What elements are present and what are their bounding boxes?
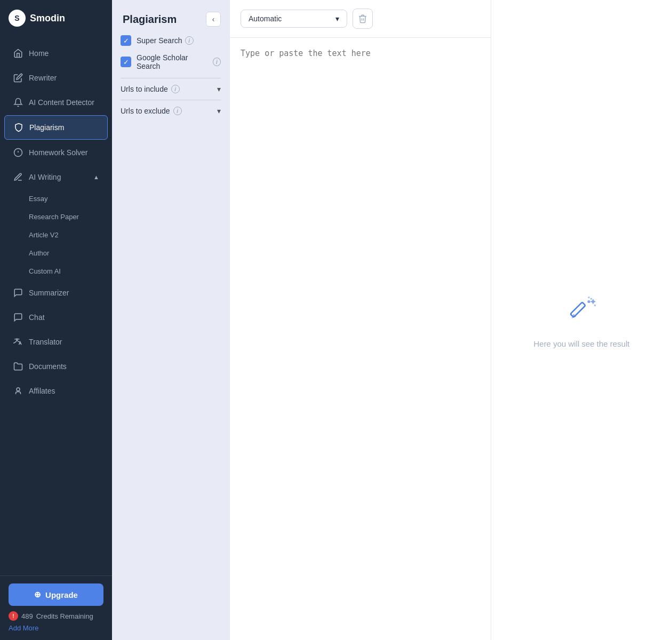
sidebar-item-chat-label: Chat	[29, 313, 45, 322]
google-scholar-item: ✓ Google Scholar Search i	[121, 53, 221, 70]
sidebar-item-rewriter-label: Rewriter	[29, 74, 57, 82]
language-value: Automatic	[249, 14, 282, 23]
urls-exclude-info-icon[interactable]: i	[173, 107, 182, 115]
urls-include-toggle[interactable]: Urls to include i ▾	[121, 78, 221, 100]
plagiarism-panel: Plagiarism ‹ ✓ Super Search i ✓ Google S…	[112, 0, 229, 640]
sidebar-sub-author[interactable]: Author	[4, 244, 108, 262]
google-scholar-label: Google Scholar Search i	[137, 53, 221, 70]
affiliates-icon	[13, 386, 23, 396]
upgrade-icon: ⊕	[34, 590, 41, 599]
svg-point-5	[594, 304, 596, 306]
plagiarism-icon	[13, 122, 24, 133]
sidebar-item-plagiarism[interactable]: Plagiarism	[4, 115, 108, 140]
svg-point-6	[590, 298, 592, 300]
sidebar-item-home-label: Home	[29, 49, 49, 58]
upgrade-button[interactable]: ⊕ Upgrade	[9, 583, 103, 606]
trash-icon	[358, 14, 367, 23]
sidebar-item-plagiarism-label: Plagiarism	[29, 123, 64, 132]
sidebar-sub-research-paper-label: Research Paper	[29, 213, 79, 221]
sidebar-item-translator[interactable]: Translator	[4, 330, 108, 354]
sidebar-sub-research-paper[interactable]: Research Paper	[4, 208, 108, 226]
ai-writing-chevron: ▲	[93, 174, 99, 180]
delete-button[interactable]	[353, 9, 373, 29]
sidebar-item-ai-writing[interactable]: AI Writing ▲	[4, 165, 108, 189]
sidebar-item-homework-label: Homework Solver	[29, 148, 87, 157]
chat-icon	[13, 312, 23, 323]
sidebar-sub-essay[interactable]: Essay	[4, 190, 108, 207]
urls-exclude-chevron: ▾	[217, 107, 221, 115]
sidebar-item-rewriter[interactable]: Rewriter	[4, 66, 108, 90]
homework-icon	[13, 147, 23, 158]
app-logo-icon: S	[9, 10, 26, 27]
sidebar-item-affiliates-label: Affilates	[29, 387, 55, 395]
super-search-label: Super Search i	[137, 36, 194, 45]
sidebar-sub-essay-label: Essay	[29, 195, 47, 203]
sidebar-sub-custom-ai-label: Custom AI	[29, 267, 61, 275]
sidebar-item-translator-label: Translator	[29, 338, 62, 346]
super-search-checkbox[interactable]: ✓	[121, 35, 131, 46]
sidebar-item-ai-detector-label: AI Content Detector	[29, 98, 94, 107]
sidebar-sub-article-v2-label: Article V2	[29, 231, 59, 239]
sidebar-sub-author-label: Author	[29, 249, 49, 257]
main-text-input[interactable]	[241, 49, 480, 629]
rewriter-icon	[13, 73, 23, 83]
google-scholar-info-icon[interactable]: i	[213, 58, 221, 66]
sidebar-sub-article-v2[interactable]: Article V2	[4, 226, 108, 244]
summarizer-icon	[13, 287, 23, 298]
sidebar-item-home[interactable]: Home	[4, 42, 108, 65]
home-icon	[13, 48, 23, 59]
credits-row: ! 489 Credits Remaining	[9, 611, 103, 621]
panel-body: ✓ Super Search i ✓ Google Scholar Search…	[112, 35, 229, 130]
sidebar-item-homework-solver[interactable]: Homework Solver	[4, 141, 108, 164]
ai-writing-icon	[13, 172, 23, 182]
result-placeholder: Here you will see the result	[533, 292, 629, 348]
super-search-item: ✓ Super Search i	[121, 35, 221, 46]
app-name: Smodin	[30, 13, 65, 24]
sidebar-sub-custom-ai[interactable]: Custom AI	[4, 262, 108, 280]
sidebar-nav: Home Rewriter AI Content Detector Plagia…	[0, 36, 112, 575]
sidebar: S Smodin Home Rewriter AI Content Detect…	[0, 0, 112, 640]
collapse-icon: ‹	[212, 15, 215, 23]
svg-point-4	[587, 300, 590, 302]
sidebar-item-chat[interactable]: Chat	[4, 306, 108, 329]
sidebar-item-documents[interactable]: Documents	[4, 355, 108, 378]
urls-include-info-icon[interactable]: i	[171, 85, 180, 93]
language-select[interactable]: Automatic ▾	[241, 10, 347, 28]
sidebar-item-documents-label: Documents	[29, 362, 67, 371]
panel-collapse-button[interactable]: ‹	[206, 12, 221, 27]
super-search-info-icon[interactable]: i	[185, 36, 194, 45]
credits-badge: !	[9, 611, 18, 621]
main-content: Automatic ▾	[229, 0, 491, 640]
sidebar-bottom: ⊕ Upgrade ! 489 Credits Remaining Add Mo…	[0, 575, 112, 640]
sidebar-item-affiliates[interactable]: Affilates	[4, 379, 108, 403]
svg-rect-7	[570, 302, 585, 317]
result-placeholder-text: Here you will see the result	[533, 339, 629, 348]
panel-title: Plagiarism	[123, 13, 177, 26]
ai-content-icon	[13, 97, 23, 108]
panel-header: Plagiarism ‹	[112, 0, 229, 35]
sidebar-item-ai-content-detector[interactable]: AI Content Detector	[4, 91, 108, 114]
text-area-wrapper	[230, 38, 491, 640]
svg-point-3	[17, 388, 20, 391]
url-section: Urls to include i ▾ Urls to exclude i ▾	[121, 78, 221, 122]
language-chevron-icon: ▾	[335, 14, 339, 23]
result-panel: Here you will see the result	[491, 0, 672, 640]
sidebar-item-ai-writing-label: AI Writing	[29, 173, 61, 181]
documents-icon	[13, 361, 23, 372]
urls-include-chevron: ▾	[217, 85, 221, 93]
sidebar-item-summarizer-label: Summarizer	[29, 289, 69, 297]
sidebar-item-summarizer[interactable]: Summarizer	[4, 281, 108, 305]
add-more-link[interactable]: Add More	[9, 624, 38, 632]
result-placeholder-icon	[563, 292, 601, 330]
sidebar-logo: S Smodin	[0, 0, 112, 36]
google-scholar-checkbox[interactable]: ✓	[121, 57, 131, 67]
credits-label: Credits Remaining	[36, 612, 93, 620]
translator-icon	[13, 337, 23, 347]
upgrade-label: Upgrade	[45, 590, 78, 599]
credits-count: 489	[21, 612, 33, 620]
main-toolbar: Automatic ▾	[230, 0, 491, 38]
urls-exclude-toggle[interactable]: Urls to exclude i ▾	[121, 100, 221, 122]
